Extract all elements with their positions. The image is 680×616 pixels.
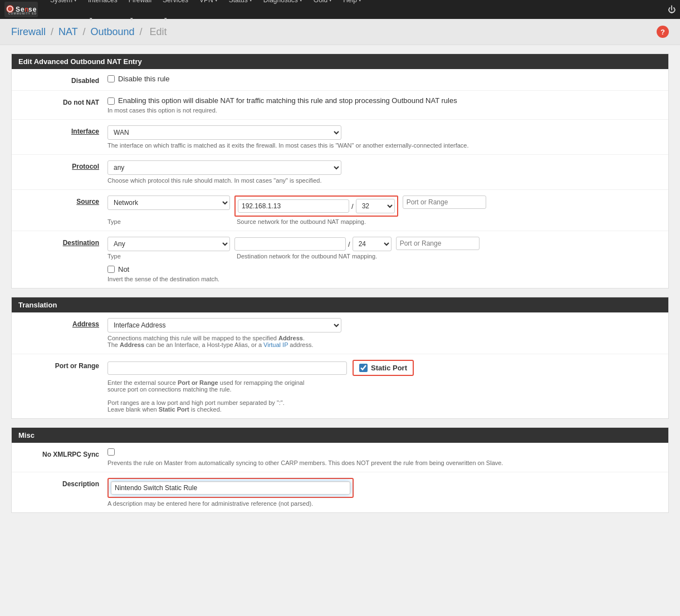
disabled-content: Disable this rule	[107, 75, 662, 83]
source-type-col-label: Type	[107, 218, 230, 225]
dest-type-col-label: Type	[107, 253, 230, 260]
main-content: Edit Advanced Outbound NAT Entry Disable…	[0, 45, 680, 530]
protocol-select[interactable]: any TCP UDP	[107, 160, 341, 175]
source-cidr-select[interactable]: 8 16 24 32	[356, 199, 395, 213]
brand-logo: Se n se COMMUNITY EDITION	[4, 2, 38, 17]
source-ip-group: / 8 16 24 32	[234, 195, 398, 217]
interface-help: The interface on which traffic is matche…	[107, 142, 662, 149]
source-row: Source Network Any Interface Address /	[12, 190, 668, 231]
address-content: Interface Address Any Connections matchi…	[107, 318, 662, 348]
breadcrumb-firewall[interactable]: Firewall	[11, 26, 46, 37]
nat-entry-header: Edit Advanced Outbound NAT Entry	[12, 54, 668, 69]
port-range-row: Port or Range Static Port Enter the exte…	[12, 354, 668, 418]
protocol-content: any TCP UDP Choose which protocol this r…	[107, 160, 662, 184]
port-range-label: Port or Range	[18, 360, 107, 370]
source-type-wrapper: Network Any Interface Address	[107, 195, 230, 210]
source-type-select[interactable]: Network Any Interface Address	[107, 195, 230, 210]
destination-label: Destination	[18, 237, 107, 247]
interface-label: Interface	[18, 125, 107, 135]
disabled-checkbox-text: Disable this rule	[118, 75, 170, 83]
disabled-checkbox[interactable]	[107, 75, 115, 82]
source-inputs-row: Network Any Interface Address / 8 16 24 …	[107, 195, 662, 217]
do-not-nat-checkbox[interactable]	[107, 97, 115, 105]
port-range-help: Enter the external source Port or Range …	[107, 379, 662, 413]
dest-ip-group: / 8 16 24 32	[234, 237, 392, 251]
destination-inputs-row: Any Network Interface Address / 8 16 24 …	[107, 237, 662, 251]
port-range-content: Static Port Enter the external source Po…	[107, 360, 662, 413]
description-content: A description may be entered here for ad…	[107, 478, 662, 507]
not-label: Not	[118, 265, 129, 273]
source-col-labels: Type Source network for the outbound NAT…	[107, 218, 662, 225]
dest-type-wrapper: Any Network Interface Address	[107, 237, 230, 251]
dest-ip-input[interactable]	[234, 237, 346, 251]
not-help: Invert the sense of the destination matc…	[107, 276, 662, 282]
dest-col-labels: Type Destination network for the outboun…	[107, 253, 662, 260]
destination-row: Destination Any Network Interface Addres…	[12, 231, 668, 288]
disabled-row: Disabled Disable this rule	[12, 69, 668, 91]
brand-name: Se n se COMMUNITY EDITION	[6, 2, 37, 17]
port-inputs-row: Static Port	[107, 360, 662, 376]
address-select[interactable]: Interface Address Any	[107, 318, 341, 333]
misc-section: Misc No XMLRPC Sync Prevents the rule on…	[11, 427, 669, 513]
xmlrpc-checkbox[interactable]	[107, 448, 115, 456]
protocol-label: Protocol	[18, 160, 107, 170]
address-help: Connections matching this rule will be m…	[107, 335, 662, 348]
nav-vpn[interactable]: VPN ▾	[194, 0, 223, 28]
translation-header: Translation	[12, 297, 668, 312]
xmlrpc-row: No XMLRPC Sync Prevents the rule on Mast…	[12, 443, 668, 472]
nav-help[interactable]: Help ▾	[337, 0, 367, 28]
source-ip-input[interactable]	[238, 199, 349, 213]
interface-select[interactable]: WAN LAN	[107, 125, 341, 140]
dest-type-select[interactable]: Any Network Interface Address	[107, 237, 230, 251]
nav-status[interactable]: Status ▾	[223, 0, 258, 28]
nav-diagnostics[interactable]: Diagnostics ▾	[258, 0, 308, 28]
source-port-input[interactable]	[403, 195, 486, 209]
do-not-nat-checkbox-text: Enabling this option will disable NAT fo…	[118, 96, 457, 105]
help-icon[interactable]: ?	[657, 26, 669, 38]
nav-firewall[interactable]: Firewall ▾	[123, 0, 157, 28]
nav-services[interactable]: Services ▾	[157, 0, 194, 28]
source-content: Network Any Interface Address / 8 16 24 …	[107, 195, 662, 225]
xmlrpc-help: Prevents the rule on Master from automat…	[107, 459, 662, 466]
nav-gold[interactable]: Gold ▾	[308, 0, 337, 28]
destination-not-checkbox[interactable]	[107, 266, 115, 273]
do-not-nat-content: Enabling this option will disable NAT fo…	[107, 96, 662, 114]
nat-entry-section: Edit Advanced Outbound NAT Entry Disable…	[11, 53, 669, 289]
nav-system[interactable]: System ▾	[45, 0, 82, 28]
source-net-col-label: Source network for the outbound NAT mapp…	[237, 218, 366, 225]
disabled-checkbox-label[interactable]: Disable this rule	[107, 75, 662, 83]
dest-slash: /	[348, 240, 350, 248]
translation-section: Translation Address Interface Address An…	[11, 297, 669, 419]
address-label: Address	[18, 318, 107, 328]
static-port-checkbox[interactable]	[359, 364, 368, 372]
do-not-nat-help: In most cases this option is not require…	[107, 107, 662, 114]
static-port-group: Static Port	[353, 360, 414, 376]
disabled-label: Disabled	[18, 75, 107, 85]
xmlrpc-label: No XMLRPC Sync	[18, 448, 107, 458]
not-row: Not	[107, 265, 662, 273]
do-not-nat-label: Do not NAT	[18, 96, 107, 106]
description-row: Description A description may be entered…	[12, 472, 668, 512]
do-not-nat-row: Do not NAT Enabling this option will dis…	[12, 91, 668, 120]
port-range-input[interactable]	[107, 361, 347, 375]
dest-port-input[interactable]	[396, 237, 480, 250]
protocol-help: Choose which protocol this rule should m…	[107, 177, 662, 184]
static-port-label: Static Port	[371, 364, 407, 372]
misc-header: Misc	[12, 428, 668, 443]
svg-text:COMMUNITY EDITION: COMMUNITY EDITION	[8, 12, 37, 15]
description-input[interactable]	[111, 481, 350, 495]
protocol-row: Protocol any TCP UDP Choose which protoc…	[12, 155, 668, 190]
navbar: Se n se COMMUNITY EDITION System ▾ Inter…	[0, 0, 680, 19]
nav-menu: System ▾ Interfaces ▾ Firewall ▾ Service…	[45, 0, 668, 28]
dest-net-col-label: Destination network for the outbound NAT…	[237, 253, 377, 260]
address-row: Address Interface Address Any Connection…	[12, 312, 668, 354]
interface-content: WAN LAN The interface on which traffic i…	[107, 125, 662, 149]
dest-cidr-select[interactable]: 8 16 24 32	[353, 237, 392, 251]
source-slash: /	[351, 202, 354, 211]
destination-content: Any Network Interface Address / 8 16 24 …	[107, 237, 662, 282]
nav-interfaces[interactable]: Interfaces ▾	[82, 0, 123, 28]
nav-logout-icon[interactable]: ⏻	[668, 5, 676, 14]
source-label: Source	[18, 195, 107, 206]
do-not-nat-checkbox-label[interactable]: Enabling this option will disable NAT fo…	[107, 96, 662, 105]
virtual-ip-link[interactable]: Virtual IP	[263, 341, 288, 348]
